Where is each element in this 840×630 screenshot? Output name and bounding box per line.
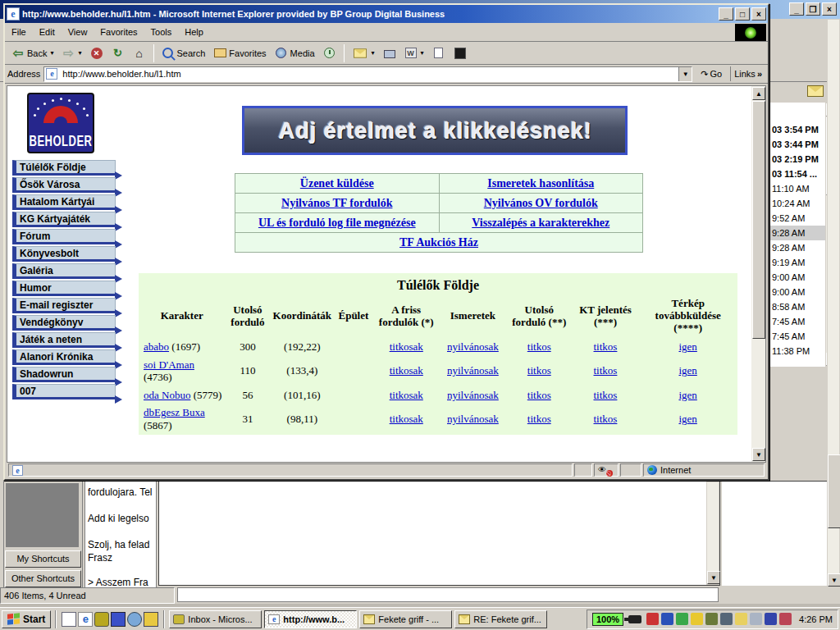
sidebar-item-hatalom-k-rty-i[interactable]: Hatalom Kártyái (12, 194, 116, 210)
caption-button[interactable]: × (822, 2, 837, 16)
scroll-down-icon[interactable]: ▼ (828, 573, 840, 587)
stop-button[interactable]: ✕ (87, 45, 107, 62)
antivirus-shield-icon[interactable] (765, 613, 777, 625)
message-row[interactable]: 7:45 AM (770, 314, 825, 329)
setting-link[interactable]: titkos (594, 413, 618, 425)
printer-icon[interactable] (750, 613, 762, 625)
network-connection-icon[interactable] (735, 613, 747, 625)
message-row[interactable]: 9:52 AM (770, 211, 825, 226)
setting-link[interactable]: nyilvánosak (447, 364, 499, 377)
media-button[interactable]: Media (272, 45, 318, 62)
setting-link[interactable]: titkos (527, 364, 551, 377)
show-desktop-icon[interactable] (62, 612, 76, 627)
message-row[interactable]: 03 3:54 PM (770, 122, 825, 137)
go-button[interactable]: ↷Go (696, 68, 727, 80)
scroll-up-icon[interactable]: ▲ (752, 87, 765, 100)
sidebar-item-j-t-k-a-neten[interactable]: Játék a neten (12, 332, 116, 348)
my-shortcuts-button[interactable]: My Shortcuts (5, 550, 81, 568)
setting-link[interactable]: titkos (527, 413, 551, 425)
media-player-icon[interactable] (144, 612, 158, 627)
edit-button[interactable]: W▾ (401, 45, 427, 62)
floppy-save-icon[interactable] (111, 612, 126, 627)
message-row[interactable]: 11:10 AM (770, 181, 825, 196)
message-row[interactable]: 03 3:44 PM (770, 137, 825, 152)
mail-button[interactable]: ▾ (349, 46, 378, 61)
task-button[interactable]: Inbox - Micros... (169, 610, 262, 628)
discuss-button[interactable] (429, 45, 449, 62)
setting-link[interactable]: igen (678, 413, 696, 425)
quick-link[interactable]: Üzenet küldése (300, 177, 374, 189)
sidebar-item-007[interactable]: 007 (12, 384, 116, 399)
edit-dropdown-icon[interactable]: ▾ (421, 49, 424, 57)
quick-link[interactable]: Visszalépés a karakterekhez (472, 217, 609, 229)
internet-explorer-icon[interactable]: e (78, 612, 93, 627)
setting-link[interactable]: igen (678, 389, 696, 401)
message-row[interactable]: 11:38 PM (770, 344, 825, 358)
setting-link[interactable]: titkos (527, 340, 551, 353)
sidebar-item-k-nyvesbolt[interactable]: Könyvesbolt (12, 246, 116, 262)
refresh-button[interactable]: ↻ (108, 45, 128, 62)
remote-display-icon[interactable] (720, 613, 733, 625)
privacy-report[interactable]: 👁⃠ (594, 463, 619, 477)
setting-link[interactable]: titkos (594, 364, 618, 377)
task-scheduler-icon[interactable] (705, 613, 718, 625)
menu-help[interactable]: Help (178, 25, 210, 39)
display-settings-icon[interactable] (661, 613, 673, 625)
outlook-icon[interactable] (94, 612, 109, 627)
forward-dropdown-icon[interactable]: ▾ (78, 49, 81, 57)
caption-button[interactable]: ❐ (806, 2, 820, 16)
caption-button[interactable]: □ (735, 7, 750, 21)
history-button[interactable] (320, 45, 340, 62)
quick-link[interactable]: Nyilvános OV fordulók (484, 197, 598, 209)
setting-link[interactable]: titkosak (390, 413, 423, 425)
menu-view[interactable]: View (62, 25, 94, 39)
sidebar-item-e-mail-regiszter[interactable]: E-mail regiszter (12, 298, 116, 313)
mail-dropdown-icon[interactable]: ▾ (372, 49, 375, 57)
task-button[interactable]: Fekete griff - ... (359, 610, 452, 628)
banner[interactable]: Adj értelmet a klikkelésnek! (242, 106, 628, 155)
taskbar-clock[interactable]: 4:26 PM (794, 614, 833, 624)
beholder-logo[interactable]: BEHOLDER (27, 93, 94, 153)
caption-button[interactable]: × (751, 7, 766, 21)
scroll-down-icon[interactable]: ▼ (707, 571, 720, 584)
scroll-down-icon[interactable]: ▼ (752, 448, 765, 461)
character-link[interactable]: soi D'Aman (144, 358, 194, 371)
back-button[interactable]: ⇦Back▾ (8, 45, 57, 62)
messenger-button[interactable] (450, 45, 470, 62)
side-reading-pane[interactable] (722, 481, 827, 586)
message-row[interactable]: 03 11:54 ... (770, 167, 825, 181)
sidebar-item-alanori-kr-nika[interactable]: Alanori Krónika (12, 349, 116, 365)
address-dropdown-icon[interactable]: ▼ (678, 67, 692, 81)
setting-link[interactable]: igen (678, 364, 696, 377)
quick-link[interactable]: UL és forduló log file megnézése (258, 217, 416, 229)
caption-button[interactable]: _ (719, 7, 733, 21)
network-monitor-icon[interactable] (646, 613, 659, 625)
caption-button[interactable]: _ (789, 2, 804, 16)
page-scrollbar[interactable]: ▲ ▼ (751, 86, 765, 462)
outlook-message-list[interactable]: 03 3:54 PM03 3:44 PM03 2:19 PM03 11:54 .… (769, 103, 825, 367)
reading-pane[interactable]: ▼ (158, 481, 720, 586)
ac-power-icon[interactable] (628, 615, 641, 623)
setting-link[interactable]: titkos (594, 340, 618, 353)
message-row[interactable]: 9:28 AM (770, 240, 825, 255)
address-input[interactable]: e http://www.beholder.hu/l1.htm ▼ (43, 66, 692, 82)
menu-favorites[interactable]: Favorites (94, 25, 144, 39)
message-row[interactable]: 10:24 AM (770, 196, 825, 211)
message-row[interactable]: 9:28 AM (770, 226, 825, 240)
update-agent-icon[interactable] (676, 613, 688, 625)
quick-link[interactable]: Nyilvános TF fordulók (281, 197, 392, 209)
message-row[interactable]: 9:00 AM (770, 270, 825, 285)
battery-indicator[interactable]: 100% (592, 613, 623, 626)
task-button[interactable]: ehttp://www.b... (264, 610, 357, 628)
setting-link[interactable]: nyilvánosak (447, 389, 499, 401)
window-scrollbar[interactable]: ▼ (827, 19, 840, 587)
sidebar-item-kg-k-rtyaj-t-k[interactable]: KG Kártyajáték (12, 212, 116, 227)
setting-link[interactable]: titkos (527, 389, 551, 401)
menu-tools[interactable]: Tools (144, 25, 179, 39)
message-row[interactable]: 9:19 AM (770, 255, 825, 270)
sidebar-item--s-k-v-rosa[interactable]: Ősök Városa (12, 177, 116, 193)
setting-link[interactable]: igen (678, 340, 696, 353)
menu-edit[interactable]: Edit (33, 25, 62, 39)
sidebar-item-shadowrun[interactable]: Shadowrun (12, 367, 116, 382)
scroll-thumb[interactable] (752, 101, 765, 339)
